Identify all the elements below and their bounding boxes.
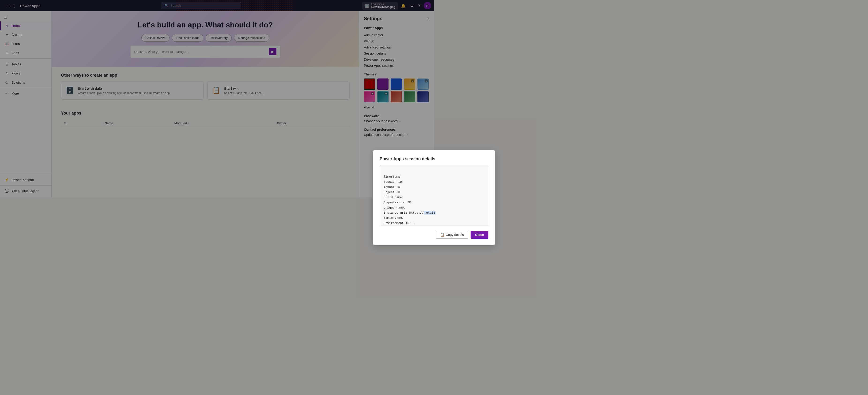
modal-content: Timestamp: Session ID: Tenant ID: Object…	[380, 165, 434, 198]
session-details-modal: Power Apps session details Timestamp: Se…	[373, 150, 434, 198]
modal-title: Power Apps session details	[380, 157, 434, 161]
modal-overlay[interactable]: Power Apps session details Timestamp: Se…	[0, 0, 434, 197]
